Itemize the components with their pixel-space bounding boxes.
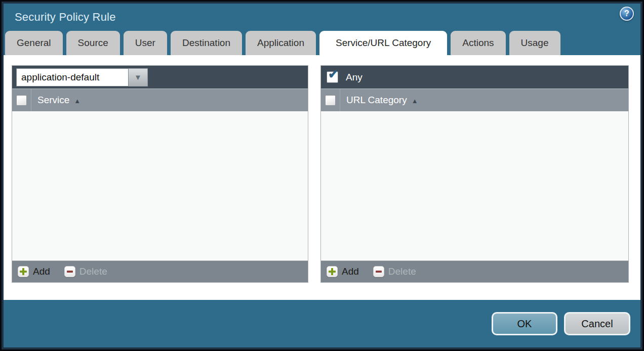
service-delete-button[interactable]: Delete [64, 266, 107, 277]
url-category-column-header[interactable]: URL Category ▲ [340, 89, 418, 111]
tab-general[interactable]: General [5, 31, 63, 55]
tab-service-url-category[interactable]: Service/URL Category [319, 31, 447, 55]
question-mark-icon: ? [624, 9, 629, 18]
url-category-delete-button[interactable]: Delete [373, 266, 416, 277]
url-category-table-body [321, 111, 628, 260]
tab-application[interactable]: Application [246, 31, 316, 55]
service-column-header[interactable]: Service ▲ [31, 89, 80, 111]
url-category-select-all-checkbox[interactable] [325, 95, 336, 106]
tab-strip: General Source User Destination Applicat… [4, 31, 640, 55]
tab-usage[interactable]: Usage [509, 31, 560, 55]
dialog-title: Security Policy Rule [15, 11, 116, 24]
sort-ascending-icon: ▲ [74, 96, 80, 105]
url-category-add-button[interactable]: Add [327, 266, 359, 277]
service-type-value[interactable]: application-default [16, 68, 129, 86]
dialog-button-bar: OK Cancel [4, 300, 640, 347]
url-category-table-footer: Add Delete [321, 260, 628, 282]
url-category-any-bar: ✔ Any [321, 66, 628, 89]
help-button[interactable]: ? [620, 7, 634, 21]
tab-actions[interactable]: Actions [451, 31, 505, 55]
tab-source[interactable]: Source [66, 31, 120, 55]
plus-icon [327, 266, 338, 277]
tab-content: application-default ▼ Service ▲ [4, 55, 640, 300]
url-category-table-header: URL Category ▲ [321, 89, 628, 111]
minus-icon [373, 266, 384, 277]
service-type-dropdown[interactable]: application-default ▼ [16, 68, 148, 86]
service-table-header: Service ▲ [12, 89, 308, 111]
service-table-body [12, 111, 308, 260]
cancel-button[interactable]: Cancel [564, 312, 630, 335]
service-dropdown-bar: application-default ▼ [12, 66, 308, 89]
security-policy-rule-dialog: Security Policy Rule ? General Source Us… [2, 2, 642, 349]
service-panel: application-default ▼ Service ▲ [12, 65, 308, 283]
tab-user[interactable]: User [124, 31, 167, 55]
service-select-all-checkbox[interactable] [16, 95, 27, 106]
chevron-down-icon[interactable]: ▼ [129, 68, 148, 86]
ok-button[interactable]: OK [492, 312, 557, 335]
minus-icon [64, 266, 75, 277]
url-category-panel: ✔ Any URL Category ▲ Add [320, 65, 629, 283]
service-table-footer: Add Delete [12, 260, 308, 282]
sort-ascending-icon: ▲ [412, 96, 418, 105]
plus-icon [18, 266, 29, 277]
checkmark-icon: ✔ [328, 68, 338, 80]
service-add-button[interactable]: Add [18, 266, 50, 277]
tab-destination[interactable]: Destination [171, 31, 242, 55]
any-checkbox[interactable]: ✔ [327, 71, 338, 83]
any-label: Any [346, 72, 363, 83]
title-bar: Security Policy Rule ? [4, 4, 640, 31]
